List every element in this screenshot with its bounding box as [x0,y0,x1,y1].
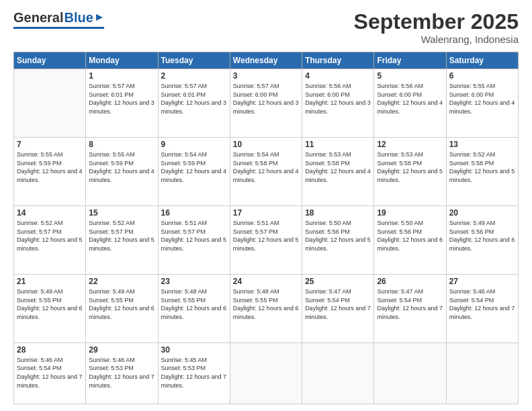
day-info: Sunrise: 5:45 AMSunset: 5:53 PMDaylight:… [161,357,227,389]
day-number: 29 [89,345,154,355]
table-cell: 2Sunrise: 5:57 AMSunset: 6:01 PMDaylight… [158,69,230,138]
day-info: Sunrise: 5:47 AMSunset: 5:54 PMDaylight:… [305,288,371,320]
header-friday: Friday [374,52,446,69]
day-number: 5 [377,71,443,81]
table-cell: 28Sunrise: 5:46 AMSunset: 5:54 PMDayligh… [14,342,86,404]
table-cell: 12Sunrise: 5:53 AMSunset: 5:58 PMDayligh… [374,138,446,206]
logo-arrow-icon [95,13,104,22]
day-info: Sunrise: 5:56 AMSunset: 6:00 PMDaylight:… [305,83,371,115]
weekday-header-row: Sunday Monday Tuesday Wednesday Thursday… [14,52,519,69]
table-cell: 8Sunrise: 5:55 AMSunset: 5:59 PMDaylight… [86,138,158,206]
table-cell [14,69,86,138]
header: General Blue September 2025 Walenrang, I… [13,10,519,45]
table-cell [302,342,374,404]
day-number: 4 [305,71,371,81]
day-number: 14 [17,208,83,218]
day-info: Sunrise: 5:51 AMSunset: 5:57 PMDaylight:… [161,220,227,252]
day-info: Sunrise: 5:48 AMSunset: 5:55 PMDaylight:… [161,288,227,320]
day-info: Sunrise: 5:57 AMSunset: 6:01 PMDaylight:… [89,83,154,115]
table-cell [446,342,518,404]
day-number: 20 [449,208,515,218]
table-cell: 10Sunrise: 5:54 AMSunset: 5:58 PMDayligh… [230,138,302,206]
day-number: 10 [233,140,299,149]
day-info: Sunrise: 5:55 AMSunset: 5:59 PMDaylight:… [89,151,154,183]
logo-general: General [13,10,63,26]
table-cell: 26Sunrise: 5:47 AMSunset: 5:54 PMDayligh… [374,274,446,342]
table-cell: 20Sunrise: 5:49 AMSunset: 5:56 PMDayligh… [446,206,518,275]
day-info: Sunrise: 5:56 AMSunset: 6:00 PMDaylight:… [377,83,443,115]
day-info: Sunrise: 5:48 AMSunset: 5:55 PMDaylight:… [233,288,299,320]
table-cell: 30Sunrise: 5:45 AMSunset: 5:53 PMDayligh… [158,342,230,404]
day-info: Sunrise: 5:49 AMSunset: 5:56 PMDaylight:… [449,220,515,252]
location: Walenrang, Indonesia [354,34,519,45]
table-cell: 6Sunrise: 5:55 AMSunset: 6:00 PMDaylight… [446,69,518,138]
day-info: Sunrise: 5:52 AMSunset: 5:57 PMDaylight:… [89,220,154,252]
day-info: Sunrise: 5:49 AMSunset: 5:55 PMDaylight:… [89,288,154,320]
title-block: September 2025 Walenrang, Indonesia [354,10,519,45]
day-info: Sunrise: 5:54 AMSunset: 5:59 PMDaylight:… [161,151,227,183]
table-cell: 25Sunrise: 5:47 AMSunset: 5:54 PMDayligh… [302,274,374,342]
table-cell: 16Sunrise: 5:51 AMSunset: 5:57 PMDayligh… [158,206,230,275]
table-cell: 3Sunrise: 5:57 AMSunset: 6:00 PMDaylight… [230,69,302,138]
table-cell: 13Sunrise: 5:52 AMSunset: 5:58 PMDayligh… [446,138,518,206]
day-number: 27 [449,277,515,286]
day-number: 30 [161,345,227,355]
day-number: 26 [377,277,443,286]
table-cell: 27Sunrise: 5:46 AMSunset: 5:54 PMDayligh… [446,274,518,342]
day-info: Sunrise: 5:53 AMSunset: 5:58 PMDaylight:… [305,151,371,183]
table-cell: 17Sunrise: 5:51 AMSunset: 5:57 PMDayligh… [230,206,302,275]
day-info: Sunrise: 5:47 AMSunset: 5:54 PMDaylight:… [377,288,443,320]
day-number: 6 [449,71,515,81]
header-wednesday: Wednesday [230,52,302,69]
day-number: 22 [89,277,154,286]
table-cell: 22Sunrise: 5:49 AMSunset: 5:55 PMDayligh… [86,274,158,342]
svg-marker-0 [96,14,103,21]
day-info: Sunrise: 5:50 AMSunset: 5:56 PMDaylight:… [377,220,443,252]
day-number: 21 [17,277,83,286]
day-info: Sunrise: 5:57 AMSunset: 6:01 PMDaylight:… [161,83,227,115]
day-info: Sunrise: 5:55 AMSunset: 5:59 PMDaylight:… [17,151,83,183]
header-thursday: Thursday [302,52,374,69]
header-monday: Monday [86,52,158,69]
day-number: 25 [305,277,371,286]
logo-blue-text: Blue [64,10,93,26]
day-number: 23 [161,277,227,286]
table-cell: 9Sunrise: 5:54 AMSunset: 5:59 PMDaylight… [158,138,230,206]
day-info: Sunrise: 5:52 AMSunset: 5:57 PMDaylight:… [17,220,83,252]
day-info: Sunrise: 5:52 AMSunset: 5:58 PMDaylight:… [449,151,515,183]
day-number: 17 [233,208,299,218]
table-cell: 1Sunrise: 5:57 AMSunset: 6:01 PMDaylight… [86,69,158,138]
table-cell: 7Sunrise: 5:55 AMSunset: 5:59 PMDaylight… [14,138,86,206]
day-info: Sunrise: 5:50 AMSunset: 5:56 PMDaylight:… [305,220,371,252]
table-cell: 24Sunrise: 5:48 AMSunset: 5:55 PMDayligh… [230,274,302,342]
day-number: 7 [17,140,83,149]
day-number: 13 [449,140,515,149]
day-number: 19 [377,208,443,218]
day-number: 24 [233,277,299,286]
day-info: Sunrise: 5:53 AMSunset: 5:58 PMDaylight:… [377,151,443,183]
logo: General Blue [13,10,104,29]
table-cell [374,342,446,404]
day-number: 8 [89,140,154,149]
day-info: Sunrise: 5:51 AMSunset: 5:57 PMDaylight:… [233,220,299,252]
logo-underline [13,27,104,29]
day-number: 16 [161,208,227,218]
table-cell: 29Sunrise: 5:46 AMSunset: 5:53 PMDayligh… [86,342,158,404]
day-number: 3 [233,71,299,81]
table-cell: 23Sunrise: 5:48 AMSunset: 5:55 PMDayligh… [158,274,230,342]
day-number: 15 [89,208,154,218]
day-number: 28 [17,345,83,355]
table-cell: 15Sunrise: 5:52 AMSunset: 5:57 PMDayligh… [86,206,158,275]
day-info: Sunrise: 5:46 AMSunset: 5:54 PMDaylight:… [17,357,83,389]
day-info: Sunrise: 5:57 AMSunset: 6:00 PMDaylight:… [233,83,299,115]
day-number: 11 [305,140,371,149]
table-cell: 5Sunrise: 5:56 AMSunset: 6:00 PMDaylight… [374,69,446,138]
month-title: September 2025 [354,10,519,34]
day-number: 2 [161,71,227,81]
header-tuesday: Tuesday [158,52,230,69]
header-sunday: Sunday [14,52,86,69]
day-info: Sunrise: 5:46 AMSunset: 5:54 PMDaylight:… [449,288,515,320]
table-cell: 18Sunrise: 5:50 AMSunset: 5:56 PMDayligh… [302,206,374,275]
page: General Blue September 2025 Walenrang, I… [0,0,532,411]
table-cell: 19Sunrise: 5:50 AMSunset: 5:56 PMDayligh… [374,206,446,275]
